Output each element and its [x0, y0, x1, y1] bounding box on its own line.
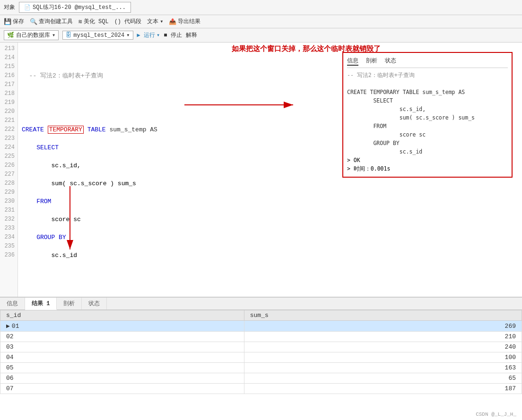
editor-area[interactable]: 213 214 215 216 217 218 219 220 221 222 …: [0, 43, 522, 297]
code-label: () 代码段: [114, 17, 142, 26]
popup-tab-info[interactable]: 信息: [347, 57, 358, 66]
cell-sid: 05: [0, 363, 244, 373]
query-tool-button[interactable]: 🔍 查询创建工具: [30, 17, 73, 26]
table-row[interactable]: ▶01269: [0, 321, 522, 332]
line-numbers: 213 214 215 216 217 218 219 220 221 222 …: [0, 43, 18, 297]
text-button[interactable]: 文本 ▾: [147, 17, 163, 26]
db1-select[interactable]: 🌿 自己的数据库 ▾: [4, 30, 59, 40]
tab-status[interactable]: 状态: [82, 298, 107, 309]
popup-tab-profile[interactable]: 剖析: [366, 57, 377, 66]
code-line-223: GROUP BY: [22, 233, 518, 242]
popup-time: > 时间：0.001s: [347, 165, 390, 172]
secondary-toolbar: 🌿 自己的数据库 ▾ 🗄 mysql_test_2024 ▾ ▶ 运行 ▾ ■ …: [0, 28, 522, 43]
cell-sums: 269: [244, 321, 522, 332]
table-row[interactable]: 05163: [0, 363, 522, 373]
main-area: 213 214 215 216 217 218 219 220 221 222 …: [0, 43, 522, 420]
db2-select[interactable]: 🗄 mysql_test_2024 ▾: [62, 31, 133, 40]
object-label: 对象: [4, 3, 15, 11]
table-row[interactable]: 04100: [0, 352, 522, 363]
text-dropdown-icon: ▾: [160, 18, 163, 25]
watermark: CSDN @_L_J_H_: [476, 411, 516, 417]
beautify-label: 美化 SQL: [84, 17, 109, 26]
table-row[interactable]: 07187: [0, 384, 522, 394]
code-line-221: FROM: [22, 197, 518, 206]
db1-label: 自己的数据库: [16, 31, 50, 39]
cell-sid: ▶01: [0, 321, 244, 332]
popup-tab-status[interactable]: 状态: [385, 57, 396, 66]
cell-sid: 06: [0, 373, 244, 384]
save-button[interactable]: 💾 保存: [4, 17, 24, 26]
run-dropdown-icon: ▾: [157, 32, 160, 39]
tab-results[interactable]: 结果 1: [25, 298, 57, 310]
sql-tab-icon: 📄: [24, 4, 31, 10]
table-row[interactable]: 02210: [0, 332, 522, 342]
col-header-sid: s_id: [0, 310, 244, 321]
bottom-tabs: 信息 结果 1 剖析 状态: [0, 298, 522, 310]
stop-label: ■ 停止: [164, 31, 182, 39]
results-table: s_id sum_s ▶0126902210032400410005163066…: [0, 310, 522, 394]
cell-sums: 65: [244, 373, 522, 384]
code-line-220: sum( sc.s_score ) sum_s: [22, 179, 518, 188]
db2-icon: 🗄: [66, 32, 71, 39]
cell-sums: 210: [244, 332, 522, 342]
text-label: 文本: [147, 17, 158, 26]
cell-sid: 07: [0, 384, 244, 394]
sql-tab[interactable]: 📄 SQL练习16-20 @mysql_test_...: [19, 2, 131, 13]
beautify-icon: ≋: [78, 18, 82, 26]
code-line-222: score sc: [22, 215, 518, 224]
stop-button[interactable]: ■ 停止: [164, 31, 182, 39]
popup-tabs: 信息 剖析 状态: [347, 57, 508, 68]
db1-chevron: ▾: [52, 32, 55, 39]
popup-ok: > OK: [347, 157, 360, 163]
cell-sums: 240: [244, 342, 522, 352]
cell-sums: 100: [244, 352, 522, 363]
beautify-button[interactable]: ≋ 美化 SQL: [78, 17, 109, 26]
db2-label: mysql_test_2024: [73, 32, 124, 39]
query-tool-label: 查询创建工具: [39, 17, 73, 26]
db1-icon: 🌿: [7, 32, 14, 39]
top-bar: 对象 📄 SQL练习16-20 @mysql_test_...: [0, 0, 522, 15]
tab-profile[interactable]: 剖析: [57, 298, 82, 309]
run-button[interactable]: ▶ 运行 ▾: [137, 31, 160, 39]
table-row[interactable]: 03240: [0, 342, 522, 352]
sql-tab-label: SQL练习16-20 @mysql_test_...: [33, 3, 126, 11]
popup-content: -- 写法2：临时表+子查询 CREATE TEMPORARY TABLE su…: [347, 71, 508, 173]
cell-sid: 04: [0, 352, 244, 363]
query-icon: 🔍: [30, 18, 37, 26]
run-label: ▶ 运行: [137, 31, 155, 39]
save-icon: 💾: [4, 18, 11, 26]
export-label: 导出结果: [178, 17, 200, 26]
bottom-panel: 信息 结果 1 剖析 状态 s_id sum_s ▶01269022100324…: [0, 297, 522, 420]
export-icon: 📤: [169, 18, 176, 26]
code-line-224: sc.s_id: [22, 251, 518, 260]
table-row[interactable]: 0665: [0, 373, 522, 384]
code-button[interactable]: () 代码段: [114, 17, 142, 26]
code-line-226: [22, 287, 518, 296]
cell-sums: 187: [244, 384, 522, 394]
db2-chevron: ▾: [126, 32, 130, 39]
col-header-sums: sum_s: [244, 310, 522, 321]
result-popup: 信息 剖析 状态 -- 写法2：临时表+子查询 CREATE TEMPORARY…: [342, 52, 513, 178]
explain-button[interactable]: 解释: [186, 31, 197, 39]
cell-sums: 163: [244, 363, 522, 373]
main-toolbar: 💾 保存 🔍 查询创建工具 ≋ 美化 SQL () 代码段 文本 ▾ 📤 导出结…: [0, 15, 522, 28]
save-label: 保存: [13, 17, 24, 26]
row-indicator: ▶: [6, 323, 10, 330]
cell-sid: 03: [0, 342, 244, 352]
results-container[interactable]: s_id sum_s ▶0126902210032400410005163066…: [0, 310, 522, 420]
code-line-225: [22, 269, 518, 278]
export-button[interactable]: 📤 导出结果: [169, 17, 200, 26]
cell-sid: 02: [0, 332, 244, 342]
explain-label: 解释: [186, 31, 197, 39]
tab-info[interactable]: 信息: [0, 298, 25, 309]
